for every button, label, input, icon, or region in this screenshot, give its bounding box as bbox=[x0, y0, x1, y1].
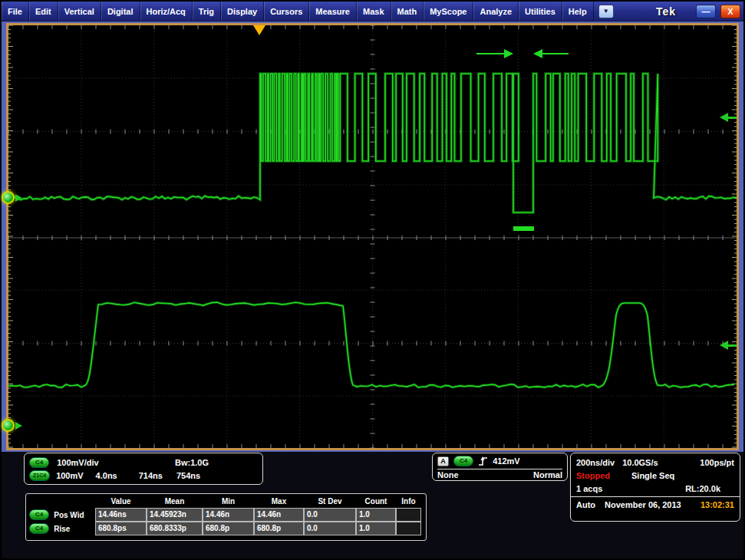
column-header: Min bbox=[203, 495, 254, 508]
menu-item-analyze[interactable]: Analyze bbox=[473, 2, 519, 21]
tek-logo: Tek bbox=[656, 5, 676, 18]
menu-item-digital[interactable]: Digital bbox=[101, 2, 140, 21]
trigger-b-event: None bbox=[437, 470, 459, 479]
zoom-reference-marker[interactable] bbox=[2, 419, 15, 432]
menu-item-file[interactable]: File bbox=[2, 2, 29, 21]
measurement-row-label: C4Pos Wid bbox=[28, 508, 95, 522]
bandwidth-label: Bw:1.0G bbox=[175, 458, 209, 467]
measurement-cell: 1.0 bbox=[356, 508, 396, 522]
menu-item-myscope[interactable]: MyScope bbox=[424, 2, 473, 21]
measurement-row-label: C4Rise bbox=[28, 522, 95, 535]
menu-item-measure[interactable]: Measure bbox=[309, 2, 357, 21]
measurement-cell: 680.8p bbox=[254, 522, 304, 535]
measurement-source-badge[interactable]: C4 bbox=[29, 523, 49, 534]
menu-bar: FileEditVerticalDigitalHoriz/AcqTrigDisp… bbox=[2, 2, 743, 21]
resolution: 100ps/pt bbox=[700, 458, 734, 467]
scope-display bbox=[6, 23, 739, 450]
sample-rate: 10.0GS/s bbox=[622, 458, 658, 467]
measurement-cell: 14.45923n bbox=[147, 508, 203, 522]
trigger-level-value: 412mV bbox=[493, 456, 519, 466]
measurement-name: Pos Wid bbox=[54, 511, 84, 519]
measurement-info-cell bbox=[396, 508, 421, 522]
zoom-window-end: 754ns bbox=[176, 471, 200, 480]
column-header: Value bbox=[95, 495, 147, 508]
minimize-button[interactable]: — bbox=[696, 5, 716, 18]
acq-mode: Single Seq bbox=[631, 471, 674, 480]
menu-item-vertical[interactable]: Vertical bbox=[58, 2, 101, 21]
date-label: November 06, 2013 bbox=[605, 500, 681, 509]
trigger-source-badge[interactable]: C4 bbox=[453, 456, 473, 466]
close-button[interactable]: X bbox=[720, 5, 740, 18]
column-header: St Dev bbox=[304, 495, 356, 508]
menu-item-cursors[interactable]: Cursors bbox=[264, 2, 309, 21]
menu-item-math[interactable]: Math bbox=[391, 2, 424, 21]
measurement-name: Rise bbox=[54, 525, 70, 533]
rising-edge-icon bbox=[478, 456, 488, 466]
measurement-cell: 0.0 bbox=[304, 508, 356, 522]
channel4-badge[interactable]: C4 bbox=[29, 457, 49, 468]
menu-item-display[interactable]: Display bbox=[221, 2, 264, 21]
trigger-level-tail bbox=[727, 117, 737, 119]
menu-item-edit[interactable]: Edit bbox=[29, 2, 58, 21]
channel4-reference-marker[interactable] bbox=[2, 191, 15, 204]
menu-item-help[interactable]: Help bbox=[562, 2, 594, 21]
column-header: Mean bbox=[147, 495, 203, 508]
menu-item-trig[interactable]: Trig bbox=[193, 2, 221, 21]
channel-scale: 100mV/div bbox=[57, 458, 98, 467]
zoom-arrow-icon bbox=[15, 422, 22, 430]
measurement-cell: 680.8ps bbox=[95, 522, 147, 535]
measurement-cell: 0.0 bbox=[304, 522, 356, 535]
menu-item-utilities[interactable]: Utilities bbox=[519, 2, 562, 21]
channel4-arrow-icon bbox=[15, 194, 22, 202]
channel-readout-box[interactable]: C4 100mV/div Bw:1.0G Z1C4 100mV 4.0ns 71… bbox=[24, 453, 263, 485]
record-length: RL:20.0k bbox=[685, 484, 720, 493]
zoom-window-start: 714ns bbox=[139, 471, 163, 480]
trigger-mode: Normal bbox=[533, 470, 562, 479]
chevron-down-icon: ▼ bbox=[603, 8, 609, 15]
trigger-mode-label: Auto bbox=[576, 500, 595, 509]
menu-item-mask[interactable]: Mask bbox=[357, 2, 391, 21]
trigger-position-marker[interactable] bbox=[253, 25, 265, 35]
zoom-timebase: 4.0ns bbox=[96, 471, 117, 480]
menu-item-horizacq[interactable]: Horiz/Acq bbox=[140, 2, 193, 21]
oscilloscope-window: FileEditVerticalDigitalHoriz/AcqTrigDisp… bbox=[0, 0, 745, 560]
time-label: 13:02:31 bbox=[700, 500, 734, 509]
acq-count: 1 acqs bbox=[576, 484, 602, 493]
menu-overflow-button[interactable]: ▼ bbox=[598, 5, 614, 18]
horizontal-scale: 200ns/div bbox=[576, 458, 615, 467]
measurement-cell: 14.46n bbox=[254, 508, 304, 522]
measurement-info-cell bbox=[396, 522, 421, 535]
table-corner bbox=[28, 495, 95, 508]
measurement-cell: 680.8p bbox=[203, 522, 254, 535]
a-trigger-badge: A bbox=[437, 456, 449, 466]
measurement-cell: 680.8333p bbox=[147, 522, 203, 535]
column-header: Info bbox=[396, 495, 421, 508]
measurement-cell: 1.0 bbox=[356, 522, 396, 535]
graticule bbox=[8, 25, 737, 448]
trigger-readout-box[interactable]: A C4 412mV None Normal bbox=[432, 453, 568, 481]
measurement-source-badge[interactable]: C4 bbox=[29, 509, 49, 520]
zoom-scale: 100mV bbox=[56, 471, 83, 480]
zoom-badge[interactable]: Z1C4 bbox=[29, 470, 50, 481]
menu-items: FileEditVerticalDigitalHoriz/AcqTrigDisp… bbox=[2, 2, 594, 21]
column-header: Count bbox=[356, 495, 396, 508]
zoom-level-tail bbox=[727, 344, 737, 347]
horizontal-readout-box[interactable]: 200ns/div 10.0GS/s 100ps/pt Stopped Sing… bbox=[570, 453, 740, 522]
measurement-cell: 14.46ns bbox=[95, 508, 147, 522]
measurement-cell: 14.46n bbox=[203, 508, 254, 522]
acq-state: Stopped bbox=[576, 471, 610, 480]
column-header: Max bbox=[254, 495, 304, 508]
measurement-table: ValueMeanMinMaxSt DevCountInfoC4Pos Wid1… bbox=[25, 493, 427, 541]
